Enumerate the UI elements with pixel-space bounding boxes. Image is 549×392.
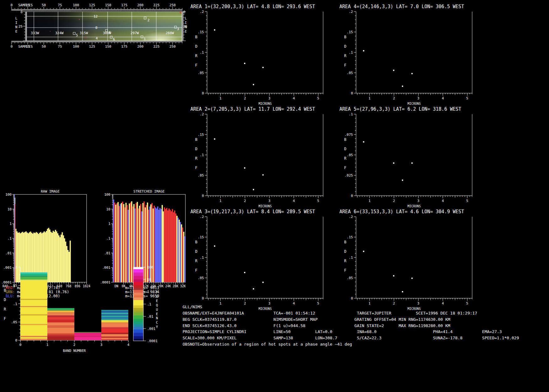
svg-text:R: R (195, 156, 198, 161)
svg-text:AREA 6=(33,153,3,3) LAT= 4.6: AREA 6=(33,153,3,3) LAT= 4.6 LON= 304.9 … (339, 209, 464, 215)
svg-text:1: 1 (369, 199, 371, 203)
svg-text:D: D (344, 44, 346, 49)
svg-text:.05: .05 (347, 153, 353, 157)
svg-text:24K: 24K (165, 284, 171, 288)
svg-text:B: B (195, 35, 197, 39)
svg-text:75: 75 (58, 45, 62, 49)
svg-text:1: 1 (46, 343, 49, 347)
svg-text:3: 3 (177, 27, 179, 31)
svg-text:3: 3 (268, 199, 270, 203)
svg-text:10: 10 (147, 278, 151, 282)
svg-text:6: 6 (113, 37, 115, 41)
svg-text:F: F (4, 316, 6, 321)
svg-text:D: D (344, 147, 346, 151)
svg-text:E: E (185, 29, 187, 34)
svg-text:125: 125 (89, 45, 95, 49)
svg-text:.05: .05 (11, 320, 17, 324)
svg-text:1: 1 (220, 199, 222, 203)
svg-text:.001: .001 (147, 327, 156, 331)
svg-text:F: F (195, 268, 197, 273)
svg-text:200: 200 (137, 45, 143, 49)
svg-text:R: R (156, 295, 158, 299)
nims-display-screen: 0025255050757510010012512515015017517520… (0, 0, 549, 392)
svg-text:D: D (195, 249, 197, 254)
svg-text:.15: .15 (198, 133, 204, 137)
svg-text:D: D (195, 44, 197, 49)
svg-text:0: 0 (183, 10, 185, 14)
svg-text:MICRONS: MICRONS (259, 204, 272, 208)
svg-text:SAMPLES: SAMPLES (18, 3, 33, 7)
svg-text:4: 4 (109, 30, 111, 34)
svg-text:250: 250 (169, 3, 176, 7)
svg-text:2: 2 (244, 301, 246, 305)
svg-text:0: 0 (202, 296, 204, 300)
svg-text:50: 50 (42, 45, 46, 49)
info-line-scale: SCALE=300.000 KM/PIXEL SAMP=138 LON=308.… (183, 336, 519, 341)
svg-text:4: 4 (442, 301, 444, 305)
svg-text:0: 0 (20, 10, 23, 14)
svg-text:D: D (195, 147, 197, 151)
svg-text:MICRONS: MICRONS (259, 307, 272, 310)
svg-text:297W: 297W (131, 31, 139, 35)
svg-text:.2: .2 (200, 10, 204, 14)
svg-text:3: 3 (417, 199, 419, 203)
svg-text:.05: .05 (198, 173, 204, 177)
svg-text:2: 2 (393, 301, 395, 305)
svg-text:BAND NUMBER: BAND NUMBER (63, 349, 86, 353)
svg-text:1: 1 (220, 301, 222, 305)
svg-text:.05: .05 (198, 276, 204, 280)
svg-text:.15: .15 (198, 30, 204, 34)
svg-text:2: 2 (393, 199, 395, 203)
svg-text:L: L (185, 16, 187, 20)
info-line-obsname: OBSNAME/EXT=E4JNFEA04101A TCA=-001 01:54… (183, 311, 477, 316)
svg-text:.1: .1 (147, 302, 151, 306)
area-marker-square (174, 26, 177, 28)
svg-text:R: R (344, 54, 347, 58)
svg-text:AREA 5=(27,96,3,3) LAT= 6.2: AREA 5=(27,96,3,3) LAT= 6.2 LON= 318.6 W… (339, 106, 461, 112)
svg-text:4: 4 (127, 343, 130, 347)
svg-text:768: 768 (66, 284, 71, 288)
svg-text:R: R (195, 54, 198, 58)
info-line-beg-sclk: BEG SCLK=03745119.87.0 NIMSMODE=SHORT MA… (183, 317, 450, 322)
svg-text:8: 8 (95, 26, 98, 30)
svg-text:1: 1 (108, 222, 110, 226)
svg-text:.2: .2 (200, 112, 204, 116)
svg-text:.15: .15 (11, 283, 17, 288)
svg-text:2: 2 (147, 18, 150, 22)
svg-text:.001: .001 (102, 266, 111, 270)
svg-text:175: 175 (121, 45, 127, 49)
svg-text:1: 1 (369, 301, 371, 305)
map-strip-axes: 0025255050757510010012512515015017517520… (11, 3, 188, 49)
svg-text:100: 100 (104, 193, 110, 197)
svg-text:5: 5 (466, 199, 468, 203)
info-line-instrument: GLL/NIMS (183, 305, 202, 310)
svg-text:1: 1 (220, 96, 222, 100)
svg-text:.1: .1 (200, 256, 204, 260)
area4-spectrum-plot: AREA 4=(24,146,3,3) LAT= 7.0 LON= 306.5 … (339, 4, 472, 105)
svg-text:I: I (185, 21, 187, 25)
svg-text:0: 0 (351, 194, 353, 198)
svg-text:.1: .1 (349, 112, 353, 116)
svg-text:MICRONS: MICRONS (259, 102, 272, 105)
svg-text:3: 3 (417, 96, 419, 100)
svg-text:D: D (344, 249, 346, 254)
svg-text:F: F (195, 63, 197, 67)
svg-text:.025: .025 (345, 173, 353, 177)
svg-text:1: 1 (144, 37, 146, 41)
svg-text:10: 10 (8, 207, 12, 211)
svg-text:0: 0 (15, 338, 17, 342)
svg-text:.0001: .0001 (147, 339, 157, 343)
svg-text:MICRONS: MICRONS (408, 204, 421, 208)
svg-text:0: 0 (351, 91, 353, 95)
svg-text:1: 1 (147, 290, 149, 294)
svg-text:F: F (344, 166, 346, 170)
svg-text:.2: .2 (349, 215, 353, 219)
svg-text:.0001: .0001 (100, 280, 110, 284)
svg-text:4: 4 (96, 36, 98, 40)
svg-text:0: 0 (19, 343, 22, 347)
area-marker-square (144, 17, 146, 19)
svg-text:0: 0 (11, 3, 13, 7)
svg-text:324W: 324W (55, 31, 64, 35)
area5-spectrum-plot: AREA 5=(27,96,3,3) LAT= 6.2 LON= 318.6 W… (339, 106, 472, 208)
svg-text:.01: .01 (147, 315, 153, 319)
